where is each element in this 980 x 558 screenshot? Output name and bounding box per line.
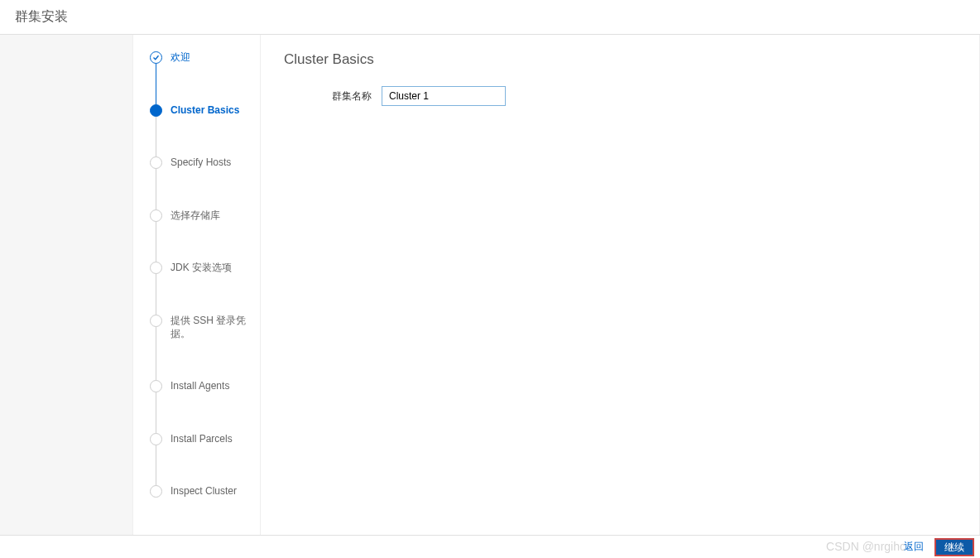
current-step-icon [150,104,162,117]
cluster-name-label: 群集名称 [332,89,372,103]
continue-button[interactable]: 继续 [935,539,973,545]
back-button[interactable]: 返回 [897,539,930,545]
page-header: 群集安装 [0,0,980,35]
page-title: 群集安装 [15,9,68,23]
step-specify-hosts[interactable]: Specify Hosts [150,156,247,170]
step-install-parcels[interactable]: Install Parcels [150,433,247,446]
step-label: Specify Hosts [171,156,231,170]
cluster-name-input[interactable] [382,86,506,106]
pending-step-icon [150,485,162,498]
wizard-sidebar: 欢迎 Cluster Basics Specify Hosts 选择存储库 JD… [132,35,261,544]
step-label: 选择存储库 [171,209,220,223]
content-title: Cluster Basics [284,51,956,68]
step-label: Cluster Basics [171,104,239,118]
check-icon [150,51,162,64]
step-label: Install Parcels [171,433,233,446]
step-label: 提供 SSH 登录凭据。 [171,315,247,340]
step-cluster-basics[interactable]: Cluster Basics [150,104,247,118]
step-welcome[interactable]: 欢迎 [150,51,247,65]
pending-step-icon [150,209,162,222]
step-label: Inspect Cluster [171,485,237,498]
wizard-steps: 欢迎 Cluster Basics Specify Hosts 选择存储库 JD… [150,51,247,498]
cluster-name-row: 群集名称 [332,86,956,106]
step-ssh-credentials[interactable]: 提供 SSH 登录凭据。 [150,315,247,340]
step-label: 欢迎 [171,51,190,65]
step-label: JDK 安装选项 [171,262,232,275]
step-install-agents[interactable]: Install Agents [150,380,247,393]
pending-step-icon [150,262,162,274]
step-jdk-options[interactable]: JDK 安装选项 [150,262,247,275]
pending-step-icon [150,433,162,445]
left-spacer [0,35,132,544]
step-select-repository[interactable]: 选择存储库 [150,209,247,223]
main-content: Cluster Basics 群集名称 [261,35,980,544]
wizard-footer: 返回 继续 [0,535,980,544]
pending-step-icon [150,156,162,169]
pending-step-icon [150,315,162,327]
wizard-container: 欢迎 Cluster Basics Specify Hosts 选择存储库 JD… [0,35,980,544]
step-label: Install Agents [171,380,229,393]
step-inspect-cluster[interactable]: Inspect Cluster [150,485,247,498]
pending-step-icon [150,380,162,392]
step-connector [156,60,156,106]
